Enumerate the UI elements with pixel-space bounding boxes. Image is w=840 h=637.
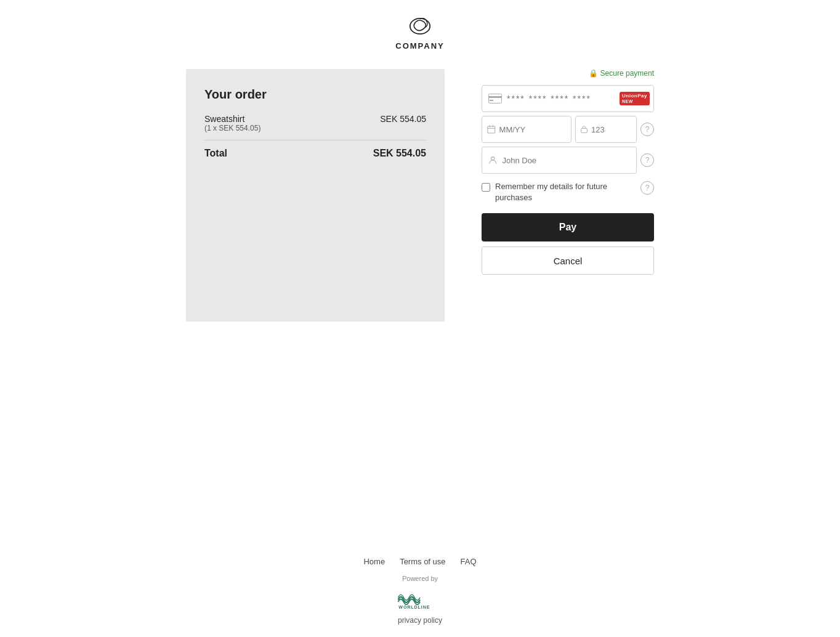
cvv-help-icon[interactable]: ? (640, 123, 654, 136)
company-name-text: Company (395, 41, 444, 51)
expiry-cvv-row: ? (482, 116, 654, 143)
payment-form: 🔒 Secure payment UnionPayNEW (482, 69, 654, 275)
svg-rect-2 (488, 96, 502, 98)
remember-text: Remember my details for future purchases (495, 181, 636, 203)
svg-rect-8 (581, 128, 587, 132)
order-divider (204, 140, 426, 140)
order-total-price: SEK 554.05 (373, 148, 426, 159)
order-total-label: Total (204, 148, 227, 159)
svg-rect-4 (488, 126, 495, 133)
credit-card-icon (488, 94, 502, 103)
name-row: ? (482, 147, 654, 174)
order-item-sub: (1 x SEK 554.05) (204, 124, 260, 132)
svg-point-9 (491, 157, 495, 160)
pay-button[interactable]: Pay (482, 213, 654, 241)
remember-help-icon[interactable]: ? (640, 181, 654, 195)
faq-link[interactable]: FAQ (461, 557, 477, 566)
privacy-policy-link[interactable]: privacy policy (398, 616, 442, 625)
header: Company (0, 0, 840, 57)
order-total: Total SEK 554.05 (204, 148, 426, 159)
person-icon (488, 155, 497, 165)
calendar-icon (487, 124, 496, 134)
svg-rect-1 (489, 94, 502, 103)
secure-payment-text: Secure payment (600, 69, 654, 78)
lock-cvv-icon (581, 124, 588, 134)
card-number-row[interactable]: UnionPayNEW (482, 85, 654, 112)
order-item-price: SEK 554.05 (380, 114, 426, 124)
cvv-input[interactable] (591, 125, 631, 134)
svg-text:WORLDLINE: WORLDLINE (398, 605, 430, 610)
cvv-row-wrap: ? (575, 116, 654, 143)
cardholder-name-input[interactable] (502, 156, 630, 165)
terms-link[interactable]: Terms of use (400, 557, 445, 566)
powered-by-text: Powered by (402, 575, 438, 582)
order-item-name: Sweatshirt (204, 114, 260, 124)
remember-row: Remember my details for future purchases… (482, 181, 654, 203)
card-brand-badge: UnionPayNEW (620, 92, 650, 105)
footer: Home Terms of use FAQ Powered by WORLDLI… (0, 538, 840, 637)
name-input-wrap[interactable] (482, 147, 637, 174)
secure-payment-label: 🔒 Secure payment (482, 69, 654, 78)
lock-icon: 🔒 (589, 69, 598, 78)
name-help-icon[interactable]: ? (640, 153, 654, 167)
cvv-input-wrap[interactable] (575, 116, 637, 143)
worldline-logo: WORLDLINE (395, 588, 445, 610)
home-link[interactable]: Home (363, 557, 385, 566)
order-title: Your order (204, 87, 426, 102)
order-item: Sweatshirt (1 x SEK 554.05) SEK 554.05 (204, 114, 426, 132)
cancel-button[interactable]: Cancel (482, 246, 654, 275)
main-content: Your order Sweatshirt (1 x SEK 554.05) S… (112, 57, 728, 334)
footer-links: Home Terms of use FAQ (363, 557, 476, 566)
svg-rect-3 (490, 100, 493, 101)
expiry-input[interactable] (499, 125, 566, 134)
remember-checkbox[interactable] (482, 183, 490, 192)
company-logo (402, 12, 438, 40)
expiry-input-wrap[interactable] (482, 116, 571, 143)
card-number-input[interactable] (507, 94, 615, 103)
order-summary: Your order Sweatshirt (1 x SEK 554.05) S… (186, 69, 445, 322)
